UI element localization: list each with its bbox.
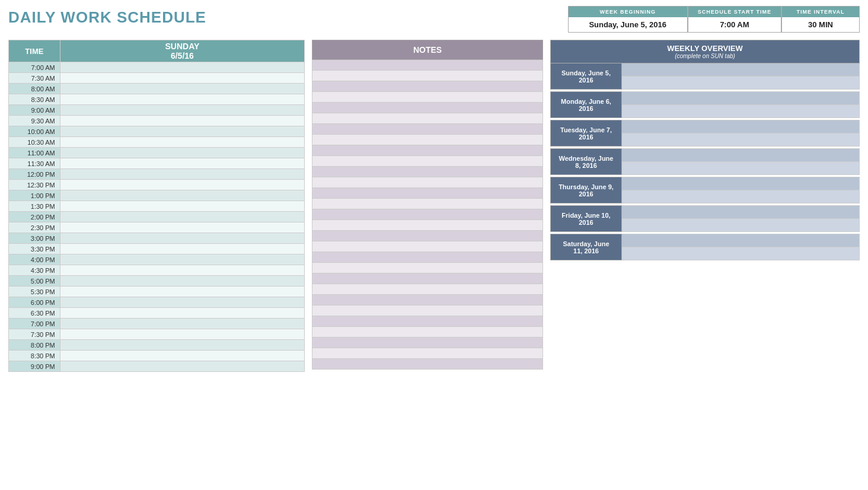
weekly-entry-cell[interactable] (622, 92, 860, 105)
weekly-entry-cell[interactable] (622, 162, 860, 175)
time-interval-box: TIME INTERVAL 30 MIN (781, 6, 860, 33)
weekly-overview-row: Saturday, June 11, 2016 (551, 234, 860, 247)
notes-cell[interactable] (312, 71, 543, 81)
weekly-entry-cell[interactable] (622, 120, 860, 133)
entry-cell[interactable] (60, 308, 304, 319)
table-row: 7:00 AM (9, 62, 305, 73)
table-row: 3:30 PM (9, 244, 305, 254)
list-item (312, 241, 543, 252)
weekly-overview-header: WEEKLY OVERVIEW (complete on SUN tab) (551, 40, 860, 63)
weekly-day-label: Monday, June 6, 2016 (551, 92, 622, 118)
entry-cell[interactable] (60, 319, 304, 329)
list-item (312, 327, 543, 338)
weekly-entry-cell[interactable] (622, 63, 860, 77)
entry-cell[interactable] (60, 148, 304, 158)
entry-cell[interactable] (60, 254, 304, 265)
entry-cell[interactable] (60, 105, 304, 116)
entry-cell[interactable] (60, 180, 304, 190)
notes-cell[interactable] (312, 241, 543, 252)
entry-cell[interactable] (60, 351, 304, 361)
weekly-entry-cell[interactable] (622, 77, 860, 90)
entry-cell[interactable] (60, 62, 304, 73)
notes-cell[interactable] (312, 177, 543, 188)
entry-cell[interactable] (60, 94, 304, 105)
entry-cell[interactable] (60, 190, 304, 201)
notes-cell[interactable] (312, 135, 543, 145)
weekly-entry-cell[interactable] (622, 105, 860, 118)
page-title: DAILY WORK SCHEDULE (8, 6, 206, 27)
notes-cell[interactable] (312, 60, 543, 71)
time-cell: 12:00 PM (9, 169, 60, 180)
notes-header: NOTES (312, 40, 543, 60)
entry-cell[interactable] (60, 73, 304, 84)
notes-cell[interactable] (312, 252, 543, 263)
notes-cell[interactable] (312, 273, 543, 284)
time-cell: 6:00 PM (9, 297, 60, 308)
notes-cell[interactable] (312, 327, 543, 338)
entry-cell[interactable] (60, 233, 304, 244)
day-column-header: SUNDAY 6/5/16 (60, 40, 304, 62)
weekly-entry-cell[interactable] (622, 133, 860, 147)
entry-cell[interactable] (60, 276, 304, 287)
time-interval-value: 30 MIN (782, 17, 859, 32)
entry-cell[interactable] (60, 212, 304, 222)
entry-cell[interactable] (60, 361, 304, 372)
notes-cell[interactable] (312, 306, 543, 316)
entry-cell[interactable] (60, 84, 304, 94)
entry-cell[interactable] (60, 244, 304, 254)
weekly-entry-cell[interactable] (622, 177, 860, 190)
notes-cell[interactable] (312, 92, 543, 103)
notes-cell[interactable] (312, 81, 543, 92)
notes-cell[interactable] (312, 284, 543, 295)
notes-cell[interactable] (312, 103, 543, 113)
notes-cell[interactable] (312, 348, 543, 359)
entry-cell[interactable] (60, 158, 304, 169)
notes-cell[interactable] (312, 145, 543, 156)
list-item (312, 348, 543, 359)
entry-cell[interactable] (60, 222, 304, 233)
notes-cell[interactable] (312, 113, 543, 124)
entry-cell[interactable] (60, 265, 304, 276)
weekly-entry-cell[interactable] (622, 190, 860, 203)
entry-cell[interactable] (60, 297, 304, 308)
notes-cell[interactable] (312, 359, 543, 370)
notes-cell[interactable] (312, 316, 543, 327)
weekly-entry-cell[interactable] (622, 206, 860, 219)
entry-cell[interactable] (60, 287, 304, 297)
notes-cell[interactable] (312, 124, 543, 135)
notes-cell[interactable] (312, 220, 543, 231)
notes-cell[interactable] (312, 231, 543, 241)
entry-cell[interactable] (60, 169, 304, 180)
table-row: 11:30 AM (9, 158, 305, 169)
weekly-entry-cell[interactable] (622, 234, 860, 247)
weekly-entry-cell[interactable] (622, 219, 860, 232)
weekly-day-label: Thursday, June 9, 2016 (551, 177, 622, 203)
week-beginning-value: Sunday, June 5, 2016 (569, 17, 687, 32)
table-row: 6:30 PM (9, 308, 305, 319)
notes-cell[interactable] (312, 338, 543, 348)
entry-cell[interactable] (60, 329, 304, 340)
entry-cell[interactable] (60, 116, 304, 126)
time-cell: 3:30 PM (9, 244, 60, 254)
list-item (312, 284, 543, 295)
time-cell: 7:30 AM (9, 73, 60, 84)
entry-cell[interactable] (60, 137, 304, 148)
notes-cell[interactable] (312, 167, 543, 177)
list-item (312, 306, 543, 316)
weekly-entry-cell[interactable] (622, 149, 860, 162)
weekly-entry-cell[interactable] (622, 247, 860, 260)
time-cell: 7:00 AM (9, 62, 60, 73)
notes-cell[interactable] (312, 295, 543, 306)
notes-cell[interactable] (312, 188, 543, 199)
entry-cell[interactable] (60, 126, 304, 137)
notes-cell[interactable] (312, 156, 543, 167)
weekly-day-label: Sunday, June 5, 2016 (551, 63, 622, 90)
entry-cell[interactable] (60, 201, 304, 212)
notes-cell[interactable] (312, 199, 543, 209)
entry-cell[interactable] (60, 340, 304, 351)
notes-cell[interactable] (312, 209, 543, 220)
time-interval-label: TIME INTERVAL (782, 7, 859, 17)
time-cell: 3:00 PM (9, 233, 60, 244)
notes-cell[interactable] (312, 263, 543, 273)
schedule-start-label: SCHEDULE START TIME (688, 7, 781, 17)
